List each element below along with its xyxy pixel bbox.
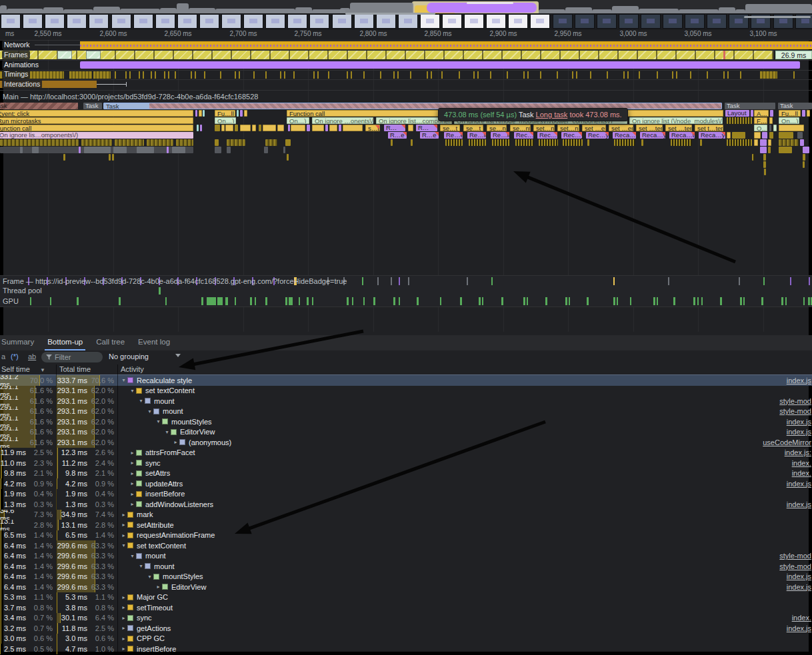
flame-bar[interactable]: R… [384, 125, 405, 131]
timing-mark[interactable] [431, 71, 432, 79]
timing-mark[interactable] [239, 71, 240, 79]
flame-bar[interactable]: A… [754, 110, 769, 117]
timing-mark[interactable] [740, 71, 741, 79]
flame-fragment[interactable] [147, 139, 173, 146]
flame-bar[interactable]: Reca…tyle [669, 132, 695, 139]
animations-bar[interactable] [80, 61, 800, 69]
timing-mark[interactable] [204, 71, 205, 79]
flame-bar[interactable]: set …tent [665, 125, 692, 131]
flame-fragment[interactable] [167, 147, 169, 153]
timings-track[interactable]: Timings [0, 70, 812, 80]
screenshot-thumbnail[interactable] [619, 14, 639, 29]
timing-mark[interactable] [393, 71, 395, 79]
collapse-icon[interactable]: ▾ [120, 377, 127, 383]
network-track[interactable]: Network [0, 40, 812, 51]
expand-icon[interactable]: ▸ [120, 522, 127, 528]
flame-bar[interactable]: Re…e [444, 132, 463, 139]
flame-fragment[interactable] [727, 139, 752, 146]
grouping-caret-icon[interactable] [175, 354, 181, 357]
expand-icon[interactable]: ▸ [129, 450, 136, 456]
expand-icon[interactable]: ▸ [120, 646, 127, 652]
timeline-ruler[interactable]: ms 2,550 ms2,600 ms2,650 ms2,700 ms2,750… [0, 30, 812, 41]
timing-mark[interactable] [397, 71, 399, 79]
screenshot-thumbnail[interactable] [376, 14, 396, 29]
timing-mark[interactable] [707, 71, 708, 79]
match-whole-word-icon[interactable]: ab [28, 352, 36, 360]
flame-fragment[interactable] [802, 110, 805, 117]
flame-bar[interactable]: R…e [388, 132, 407, 139]
expand-icon[interactable]: ▸ [120, 512, 127, 518]
flame-bar[interactable]: O… [754, 125, 767, 131]
flame-bar[interactable]: se…nt [487, 125, 507, 131]
column-divider[interactable] [117, 364, 118, 655]
table-row[interactable]: 2.5 ms0.5 %4.7 ms1.0 %▸insertBefore [0, 644, 812, 654]
flame-fragment[interactable] [197, 125, 199, 131]
flame-fragment[interactable] [769, 125, 771, 131]
activity-name[interactable]: mount [163, 407, 183, 415]
timing-mark[interactable] [473, 71, 475, 79]
flame-fragment[interactable] [63, 154, 65, 161]
thread-pool-track[interactable]: Thread pool [0, 286, 812, 297]
screenshot-thumbnail[interactable] [442, 14, 462, 29]
activity-name[interactable]: EditorView [180, 428, 215, 436]
screenshot-thumbnail[interactable] [685, 14, 705, 29]
screenshot-thumbnail[interactable] [89, 14, 109, 29]
timing-mark[interactable] [143, 71, 144, 79]
flame-fragment[interactable] [770, 110, 773, 117]
source-link[interactable]: style-mod [779, 397, 812, 405]
expand-icon[interactable]: ▸ [120, 594, 127, 600]
screenshot-thumbnail[interactable] [133, 14, 153, 29]
timing-mark[interactable] [317, 71, 319, 79]
flame-fragment[interactable] [81, 139, 112, 146]
timing-mark[interactable] [523, 71, 525, 79]
screenshot-filmstrip[interactable] [0, 13, 812, 30]
flame-fragment[interactable] [252, 125, 256, 131]
flame-fragment[interactable] [287, 154, 289, 161]
frame-track-label[interactable]: Frame — https://id-preview--bd53fd9d-728… [3, 277, 347, 285]
timing-mark[interactable] [576, 71, 577, 79]
flame-fragment[interactable] [215, 139, 219, 146]
flame-bar[interactable]: set …ent [609, 125, 633, 131]
table-row[interactable]: 11.9 ms2.5 %12.3 ms2.6 %▸attrsFromFaceti… [0, 448, 812, 458]
flame-fragment[interactable] [614, 139, 635, 146]
col-activity[interactable]: Activity [121, 365, 144, 373]
expand-icon[interactable]: ▸ [129, 491, 136, 497]
flame-fragment[interactable] [769, 132, 773, 139]
flame-bar[interactable]: Re…le [467, 132, 486, 139]
timing-mark[interactable] [351, 71, 352, 79]
expand-icon[interactable]: ▸ [155, 584, 162, 590]
timing-mark[interactable] [175, 71, 176, 79]
tab-call-tree[interactable]: Call tree [89, 335, 131, 350]
flame-fragment[interactable] [195, 110, 197, 117]
screenshot-thumbnail[interactable] [464, 14, 484, 29]
timing-mark[interactable] [676, 71, 677, 79]
timing-mark[interactable] [490, 71, 491, 79]
flame-fragment[interactable] [84, 147, 111, 153]
flame-fragment[interactable] [763, 154, 766, 161]
activity-name[interactable]: set textContent [137, 542, 186, 550]
flame-fragment[interactable] [312, 125, 324, 131]
flame-fragment[interactable] [112, 154, 114, 161]
timing-mark[interactable] [459, 71, 460, 79]
timing-mark[interactable] [477, 71, 479, 79]
source-link[interactable]: index. [792, 469, 812, 477]
timing-mark[interactable] [690, 71, 691, 79]
flame-fragment[interactable] [803, 154, 805, 161]
timing-mark[interactable] [220, 71, 221, 79]
timing-mark[interactable] [235, 71, 236, 79]
flame-fragment[interactable] [329, 125, 337, 131]
activity-name[interactable]: mount [154, 397, 175, 405]
flame-bar[interactable]: On ignore …onents\/) [312, 117, 373, 124]
timing-mark[interactable] [115, 71, 116, 79]
flame-fragment[interactable] [539, 139, 558, 146]
activity-name[interactable]: insertBefore [145, 490, 185, 498]
flame-fragment[interactable] [779, 132, 793, 139]
col-self-time[interactable]: Self time [1, 365, 30, 373]
flame-fragment[interactable] [109, 154, 111, 161]
source-link[interactable]: style-mod [779, 407, 812, 415]
screenshot-thumbnail[interactable] [597, 14, 617, 29]
expand-icon[interactable]: ▸ [172, 439, 179, 445]
flame-fragment[interactable] [115, 139, 144, 146]
activity-name[interactable]: mountStyles [171, 418, 212, 426]
timing-mark[interactable] [410, 71, 411, 79]
